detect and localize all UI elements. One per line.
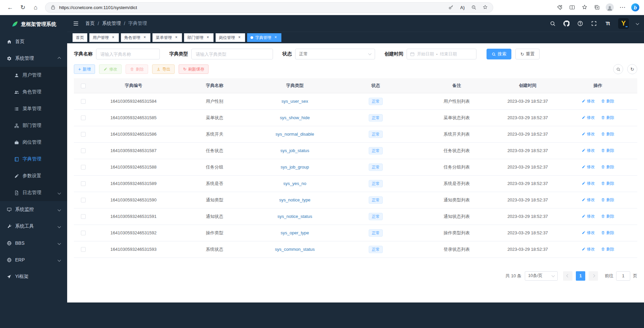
dict-type-link[interactable]: sys_notice_status [277,214,312,219]
refresh-table-button[interactable]: ↻ [627,64,637,74]
tab-close-icon[interactable]: × [237,35,242,40]
sidebar-item-bbs[interactable]: BBS [0,235,67,251]
font-size-icon[interactable]: Tt [604,20,611,27]
row-delete-button[interactable]: 删除 [601,214,614,219]
row-delete-button[interactable]: 删除 [601,131,614,137]
read-aloud-icon[interactable]: A) [459,4,465,10]
row-delete-button[interactable]: 删除 [601,230,614,236]
row-delete-button[interactable]: 删除 [601,181,614,186]
dict-type-link[interactable]: sys_show_hide [280,115,310,120]
row-delete-button[interactable]: 删除 [601,246,614,252]
row-checkbox[interactable] [81,148,86,153]
sidebar-item-home[interactable]: 首页 [0,33,67,50]
tab-close-icon[interactable]: × [174,35,179,40]
favorites-icon[interactable] [581,4,588,11]
help-icon[interactable] [577,20,583,27]
browser-reload-button[interactable]: ↻ [17,2,28,13]
search-button[interactable]: 搜索 [487,49,511,59]
tab-post[interactable]: 岗位管理× [216,33,245,42]
sidebar-item-config[interactable]: 参数设置 [0,168,67,184]
row-checkbox[interactable] [81,181,86,186]
row-edit-button[interactable]: 修改 [582,246,595,252]
row-checkbox[interactable] [81,247,86,252]
tab-role[interactable]: 角色管理× [121,33,150,42]
sidebar-item-erp[interactable]: ERP [0,251,67,268]
sidebar-item-yi[interactable]: Yi框架 [0,268,67,285]
chevron-down-icon[interactable] [636,22,639,25]
sidebar-item-system[interactable]: 系统管理 [0,50,67,67]
dict-type-link[interactable]: sys_normal_disable [276,132,314,137]
add-button[interactable]: + 新增 [74,64,95,74]
row-checkbox[interactable] [81,198,86,202]
row-delete-button[interactable]: 删除 [601,115,614,121]
sidebar-item-monitor[interactable]: 系统监控 [0,201,67,218]
date-range-picker[interactable]: 开始日期 - 结束日期 [407,49,476,59]
tab-close-icon[interactable]: × [142,35,147,40]
bing-copilot-icon[interactable]: b [631,3,639,11]
row-edit-button[interactable]: 修改 [582,98,595,104]
dict-type-link[interactable]: sys_job_status [280,148,309,153]
toggle-search-button[interactable] [613,64,623,74]
edit-button[interactable]: 修改 [99,64,122,74]
sidebar-item-post[interactable]: 岗位管理 [0,134,67,151]
row-edit-button[interactable]: 修改 [582,148,595,153]
row-edit-button[interactable]: 修改 [582,131,595,137]
tab-home[interactable]: 首页 [73,33,87,42]
delete-button[interactable]: 删除 [126,64,148,74]
row-checkbox[interactable] [81,99,86,104]
tab-close-icon[interactable]: × [205,35,210,40]
sidebar-item-log[interactable]: 日志管理 [0,184,67,201]
tab-user[interactable]: 用户管理× [89,33,119,42]
tab-close-icon[interactable]: × [273,35,278,40]
dict-type-link[interactable]: sys_job_group [281,165,309,170]
split-screen-icon[interactable] [568,4,576,11]
dict-type-link[interactable]: sys_user_sex [281,99,308,104]
profile-avatar[interactable] [606,3,614,11]
sidebar-item-menu[interactable]: 菜单管理 [0,100,67,117]
breadcrumb-item[interactable]: 系统管理 [102,20,121,27]
address-bar[interactable]: https://ccnetcore.com:1101/system/dict A… [45,2,493,13]
select-all-checkbox[interactable] [81,84,86,88]
row-delete-button[interactable]: 删除 [601,148,614,153]
collections-icon[interactable] [593,4,601,11]
row-checkbox[interactable] [81,132,86,137]
status-select[interactable]: 正常 [295,49,375,59]
tab-dept[interactable]: 部门管理× [184,33,214,42]
tab-dict[interactable]: 字典管理× [247,33,281,42]
refresh-cache-button[interactable]: ↻ 刷新缓存 [179,64,209,74]
sidebar-item-dept[interactable]: 部门管理 [0,117,67,134]
next-page-button[interactable] [589,271,598,281]
extensions-icon[interactable] [556,4,563,11]
add-favorite-icon[interactable] [482,4,488,10]
app-logo[interactable]: 意框架管理系统 [0,15,67,33]
row-edit-button[interactable]: 修改 [582,230,595,236]
prev-page-button[interactable] [563,271,572,281]
row-checkbox[interactable] [81,231,86,235]
sidebar-item-role[interactable]: 角色管理 [0,84,67,100]
export-button[interactable]: 导出 [152,64,175,74]
row-checkbox[interactable] [81,165,86,170]
row-edit-button[interactable]: 修改 [582,164,595,170]
row-delete-button[interactable]: 删除 [601,98,614,104]
browser-menu-icon[interactable]: ⋯ [619,4,626,11]
row-edit-button[interactable]: 修改 [582,181,595,186]
row-edit-button[interactable]: 修改 [582,115,595,121]
user-avatar[interactable]: Y [618,18,629,29]
goto-page-input[interactable] [616,271,630,281]
tab-menu[interactable]: 菜单管理× [152,33,182,42]
zoom-icon[interactable] [471,4,477,10]
row-edit-button[interactable]: 修改 [582,197,595,203]
sidebar-item-tool[interactable]: 系统工具 [0,218,67,235]
tab-close-icon[interactable]: × [111,35,116,40]
dict-name-input[interactable] [96,49,160,59]
key-icon[interactable] [448,4,454,10]
row-checkbox[interactable] [81,115,86,120]
breadcrumb-item[interactable]: 首页 [85,20,95,27]
sidebar-item-user[interactable]: 用户管理 [0,67,67,84]
dict-type-link[interactable]: sys_oper_type [281,230,309,235]
github-icon[interactable] [563,20,569,27]
row-delete-button[interactable]: 删除 [601,197,614,203]
dict-type-link[interactable]: sys_common_status [275,247,315,252]
row-edit-button[interactable]: 修改 [582,214,595,219]
page-1-button[interactable]: 1 [576,271,585,281]
